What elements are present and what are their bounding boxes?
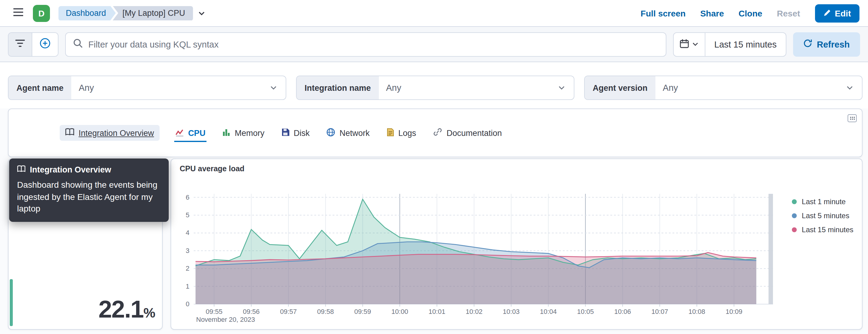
svg-text:10:02: 10:02 <box>466 308 483 315</box>
breadcrumb-current[interactable]: [My Laptop] CPU <box>113 6 193 21</box>
calendar-icon <box>680 39 689 50</box>
tooltip-body: Dashboard showing the events being inges… <box>17 179 161 215</box>
full-screen-button[interactable]: Full screen <box>641 8 686 18</box>
legend-label: Last 15 minutes <box>802 225 854 234</box>
refresh-icon <box>803 39 812 49</box>
bar-chart-icon <box>223 128 230 138</box>
chart-title: CPU average load <box>180 164 245 173</box>
kibana-dashboard-app: D Dashboard [My Laptop] CPU Full screen … <box>0 0 868 334</box>
cpu-average-load-chart[interactable]: 09:5509:5609:5709:5809:5910:0010:0110:02… <box>175 177 778 324</box>
control-value: Any <box>71 83 269 93</box>
app-header: D Dashboard [My Laptop] CPU Full screen … <box>0 0 868 27</box>
svg-text:09:58: 09:58 <box>317 308 334 315</box>
plus-circle-icon <box>40 38 51 51</box>
space-avatar[interactable]: D <box>33 5 50 22</box>
tab-logs[interactable]: Logs <box>385 125 417 141</box>
chevron-down-icon <box>269 84 278 92</box>
floppy-disk-icon <box>281 128 289 138</box>
metric-value: 22.1% <box>98 296 155 323</box>
chevron-down-icon <box>557 84 566 92</box>
svg-text:0: 0 <box>186 300 189 308</box>
edit-button[interactable]: Edit <box>815 4 860 22</box>
legend-dot <box>792 227 797 232</box>
control-value: Any <box>655 83 845 93</box>
breadcrumb-dashboard[interactable]: Dashboard <box>59 6 116 21</box>
svg-text:10:07: 10:07 <box>651 308 668 315</box>
book-icon <box>17 165 26 174</box>
svg-text:November 20, 2023: November 20, 2023 <box>196 316 255 323</box>
breadcrumb-chevron-down-icon[interactable] <box>197 9 206 18</box>
links-panel: Integration Overview CPU Memory <box>8 109 863 157</box>
svg-text:09:56: 09:56 <box>243 308 259 315</box>
share-button[interactable]: Share <box>700 8 724 18</box>
tooltip-title: Integration Overview <box>17 165 161 174</box>
control-label: Agent version <box>585 76 655 99</box>
filters-button[interactable] <box>8 33 32 56</box>
legend-item[interactable]: Last 5 minutes <box>792 212 854 220</box>
menu-button[interactable] <box>8 3 28 23</box>
refresh-button[interactable]: Refresh <box>793 32 860 56</box>
integration-overview-tooltip: Integration Overview Dashboard showing t… <box>9 158 169 221</box>
legend-dot <box>792 199 797 204</box>
svg-text:10:00: 10:00 <box>391 308 408 315</box>
control-value: Any <box>379 83 557 93</box>
kql-search-input[interactable] <box>88 39 658 49</box>
line-chart-icon <box>176 128 184 138</box>
tab-disk[interactable]: Disk <box>280 125 311 141</box>
svg-text:10:01: 10:01 <box>429 308 445 315</box>
filter-funnel-icon <box>15 39 25 49</box>
svg-text:3: 3 <box>186 247 189 254</box>
svg-text:10:04: 10:04 <box>540 308 557 315</box>
legend-label: Last 5 minutes <box>802 212 849 220</box>
add-filter-button[interactable] <box>32 33 58 56</box>
tab-memory[interactable]: Memory <box>221 125 266 141</box>
legend-dot <box>792 213 797 218</box>
svg-text:10:06: 10:06 <box>614 308 631 315</box>
time-range-value[interactable]: Last 15 minutes <box>705 39 786 49</box>
control-integration-name[interactable]: Integration name Any <box>296 75 575 100</box>
chevron-down-icon <box>845 84 854 92</box>
svg-text:5: 5 <box>186 211 189 219</box>
svg-text:10:08: 10:08 <box>688 308 705 315</box>
filter-button-group <box>8 32 59 56</box>
book-icon <box>65 128 74 138</box>
legend-item[interactable]: Last 1 minute <box>792 198 854 206</box>
tab-integration-overview[interactable]: Integration Overview <box>60 125 160 141</box>
metric-accent-bar <box>10 279 13 326</box>
clone-button[interactable]: Clone <box>739 8 762 18</box>
date-quick-select-button[interactable] <box>673 33 705 56</box>
tab-documentation[interactable]: Documentation <box>432 125 503 141</box>
search-icon <box>73 38 83 50</box>
globe-icon <box>327 128 335 138</box>
legend-label: Last 1 minute <box>802 198 846 206</box>
svg-text:2: 2 <box>186 265 189 272</box>
kql-search-bar <box>65 32 666 56</box>
date-picker: Last 15 minutes <box>673 32 786 56</box>
space-avatar-initial: D <box>38 8 44 18</box>
svg-text:10:03: 10:03 <box>503 308 520 315</box>
chart-legend: Last 1 minute Last 5 minutes Last 15 min… <box>792 198 854 234</box>
svg-text:6: 6 <box>186 193 189 201</box>
tab-network[interactable]: Network <box>326 125 371 141</box>
svg-text:10:05: 10:05 <box>577 308 594 315</box>
panel-options-button[interactable] <box>846 113 858 125</box>
dashboard-controls-row: Agent name Any Integration name Any Agen… <box>0 62 868 109</box>
panel-options-grid-icon <box>847 113 857 125</box>
legend-item[interactable]: Last 15 minutes <box>792 225 854 234</box>
metric-unit: % <box>144 305 155 321</box>
reset-button[interactable]: Reset <box>777 8 800 18</box>
control-label: Agent name <box>8 76 71 99</box>
hamburger-icon <box>13 8 23 18</box>
control-agent-name[interactable]: Agent name Any <box>8 75 286 100</box>
control-agent-version[interactable]: Agent version Any <box>584 75 863 100</box>
svg-text:10:09: 10:09 <box>725 308 742 315</box>
svg-text:4: 4 <box>186 229 189 237</box>
cpu-average-load-panel: CPU average load 09:5509:5609:5709:5809:… <box>170 158 863 330</box>
tab-cpu[interactable]: CPU <box>174 125 207 142</box>
pencil-icon <box>823 8 831 18</box>
chevron-down-icon <box>692 39 699 49</box>
dashboard-canvas: Integration Overview CPU Memory <box>0 109 868 334</box>
control-label: Integration name <box>297 76 379 99</box>
query-toolbar: Last 15 minutes Refresh <box>0 27 868 62</box>
breadcrumb: Dashboard [My Laptop] CPU <box>59 6 206 21</box>
